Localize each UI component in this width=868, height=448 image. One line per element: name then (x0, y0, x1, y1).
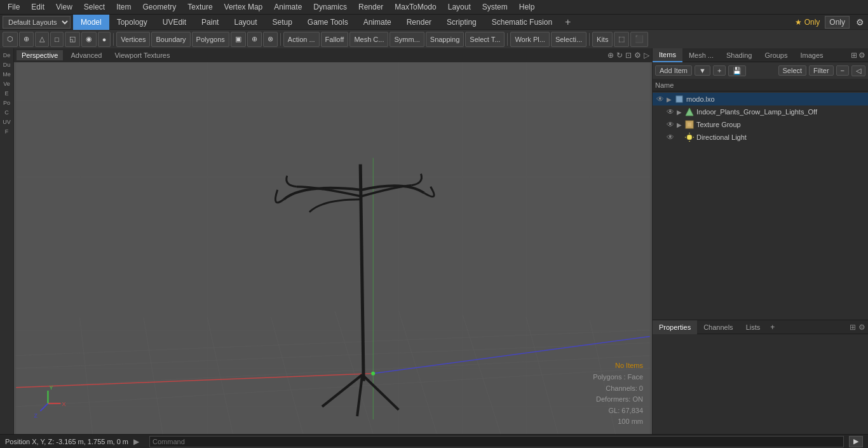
tab-model[interactable]: Model (73, 15, 109, 30)
symmetry-button[interactable]: Symm... (390, 32, 424, 47)
prop-tab-lists[interactable]: Lists (740, 320, 767, 334)
layout-plus-button[interactable]: + (560, 15, 576, 29)
sidebar-icon-ve[interactable]: Ve (1, 79, 13, 88)
snapping-button[interactable]: Snapping (426, 32, 465, 47)
viewport-tab-perspective[interactable]: Perspective (17, 50, 63, 60)
toolbar-icon3[interactable]: △ (35, 32, 49, 47)
action-button[interactable]: Action ... (283, 32, 320, 47)
tab-setup[interactable]: Setup (264, 15, 299, 30)
menu-dynamics[interactable]: Dynamics (308, 1, 352, 13)
add-item-arrow[interactable]: ▼ (695, 65, 710, 76)
layout-selector[interactable]: Default Layouts (3, 16, 71, 29)
tree-item-indoor-plants[interactable]: 👁 ▶ Indoor_Plants_Grow_Lamp_Lights_Off (653, 105, 868, 118)
toolbar-icon7[interactable]: ● (98, 32, 111, 47)
polygons-button[interactable]: Polygons (192, 32, 229, 47)
filter-button[interactable]: Filter (809, 65, 833, 76)
mesh-button[interactable]: ▣ (231, 32, 246, 47)
tree-item-modo-lxo[interactable]: 👁 ▶ modo.lxo (653, 93, 868, 105)
viewport-zoom-icon[interactable]: ⊡ (625, 51, 632, 60)
rp-tab-images[interactable]: Images (794, 48, 829, 62)
menu-maxtomodo[interactable]: MaxToModo (390, 1, 441, 13)
sidebar-icon-du[interactable]: Du (1, 60, 13, 69)
add-circle-button[interactable]: ⊕ (247, 32, 262, 47)
viewport-canvas[interactable]: X Y Z No Items Polygons : Face Channels:… (14, 62, 652, 434)
rp-tab-mesh[interactable]: Mesh ... (682, 48, 720, 62)
tree-arrow-2[interactable]: ▶ (677, 121, 684, 128)
tree-arrow-0[interactable]: ▶ (667, 96, 674, 103)
layout-star-button[interactable]: ★ Only (790, 17, 825, 28)
sidebar-icon-f[interactable]: F (1, 127, 13, 136)
sidebar-icon-uv[interactable]: UV (1, 118, 13, 126)
toolbar-icon1[interactable]: ⬡ (3, 32, 18, 47)
viewport-rotate-icon[interactable]: ↻ (616, 51, 623, 60)
tree-item-directional-light[interactable]: 👁 ▶ Directional Light (653, 131, 868, 144)
subtract-button[interactable]: ⊗ (263, 32, 278, 47)
status-arrow[interactable]: ▶ (133, 437, 139, 446)
eye-icon-0[interactable]: 👁 (655, 94, 665, 104)
tab-paint[interactable]: Paint (194, 15, 226, 30)
prop-tab-properties[interactable]: Properties (653, 320, 697, 334)
tab-layout[interactable]: Layout (226, 15, 264, 30)
rp-tab-settings-icon[interactable]: ⚙ (858, 51, 865, 60)
viewport[interactable]: Perspective Advanced Viewport Textures ⊕… (14, 48, 652, 434)
tab-animate[interactable]: Animate (356, 15, 399, 30)
menu-layout[interactable]: Layout (443, 1, 476, 13)
viewport-icon-b[interactable]: ⬛ (630, 32, 648, 47)
toolbar-icon2[interactable]: ⊕ (19, 32, 34, 47)
items-tree[interactable]: 👁 ▶ modo.lxo 👁 ▶ Indoor_Plants_Grow_Lamp… (653, 92, 868, 320)
menu-geometry[interactable]: Geometry (138, 1, 182, 13)
prop-settings-icon[interactable]: ⚙ (858, 323, 865, 332)
items-minus-btn[interactable]: − (836, 65, 849, 76)
prop-tab-plus[interactable]: + (766, 323, 778, 332)
tab-topology[interactable]: Topology (109, 15, 155, 30)
menu-render[interactable]: Render (353, 1, 388, 13)
menu-animate[interactable]: Animate (269, 1, 307, 13)
tab-schematic-fusion[interactable]: Schematic Fusion (484, 15, 560, 30)
tab-scripting[interactable]: Scripting (439, 15, 484, 30)
toolbar-icon5[interactable]: ◱ (65, 32, 80, 47)
sidebar-icon-e[interactable]: E (1, 89, 13, 98)
sidebar-icon-de[interactable]: De (1, 51, 13, 60)
select-through-button[interactable]: Select T... (465, 32, 505, 47)
sidebar-icon-me[interactable]: Me (1, 70, 13, 79)
viewport-move-icon[interactable]: ⊕ (607, 51, 614, 60)
menu-texture[interactable]: Texture (182, 1, 217, 13)
rp-tab-shading[interactable]: Shading (720, 48, 758, 62)
plus-icon-btn[interactable]: + (713, 65, 726, 76)
rp-tab-groups[interactable]: Groups (758, 48, 794, 62)
falloff-button[interactable]: Falloff (321, 32, 349, 47)
viewport-tab-advanced[interactable]: Advanced (65, 50, 107, 60)
work-plane-button[interactable]: Work Pl... (510, 32, 549, 47)
menu-item[interactable]: Item (111, 1, 136, 13)
viewport-icon-a[interactable]: ⬚ (614, 32, 629, 47)
tab-game-tools[interactable]: Game Tools (300, 15, 356, 30)
vertices-button[interactable]: Vertices (116, 32, 150, 47)
add-item-button[interactable]: Add Item (655, 65, 692, 76)
toolbar-icon6[interactable]: ◉ (81, 32, 97, 47)
menu-file[interactable]: File (3, 1, 25, 13)
mesh-constraint-button[interactable]: Mesh C... (349, 32, 388, 47)
kits-button[interactable]: Kits (592, 32, 613, 47)
menu-system[interactable]: System (477, 1, 513, 13)
eye-icon-3[interactable]: 👁 (665, 132, 675, 142)
tree-item-texture-group[interactable]: 👁 ▶ Texture Group (653, 118, 868, 131)
save-icon-btn[interactable]: 💾 (728, 65, 746, 76)
eye-icon-2[interactable]: 👁 (665, 119, 675, 130)
select-button[interactable]: Select (778, 65, 807, 76)
prop-expand-icon[interactable]: ⊞ (850, 323, 856, 332)
viewport-settings-icon[interactable]: ⚙ (634, 51, 641, 60)
eye-icon-1[interactable]: 👁 (665, 107, 675, 117)
menu-help[interactable]: Help (514, 1, 540, 13)
rp-tab-expand-icon[interactable]: ⊞ (851, 51, 857, 60)
menu-vertex-map[interactable]: Vertex Map (219, 1, 268, 13)
items-collapse-btn[interactable]: ◁ (851, 65, 865, 76)
command-run-button[interactable]: ▶ (849, 436, 863, 447)
rp-tab-items[interactable]: Items (653, 48, 682, 62)
menu-view[interactable]: View (51, 1, 78, 13)
boundary-button[interactable]: Boundary (151, 32, 190, 47)
sidebar-icon-c[interactable]: C (1, 108, 13, 117)
selection-button[interactable]: Selecti... (551, 32, 587, 47)
tab-uvedit[interactable]: UVEdit (155, 15, 194, 30)
menu-edit[interactable]: Edit (26, 1, 50, 13)
prop-tab-channels[interactable]: Channels (697, 320, 739, 334)
